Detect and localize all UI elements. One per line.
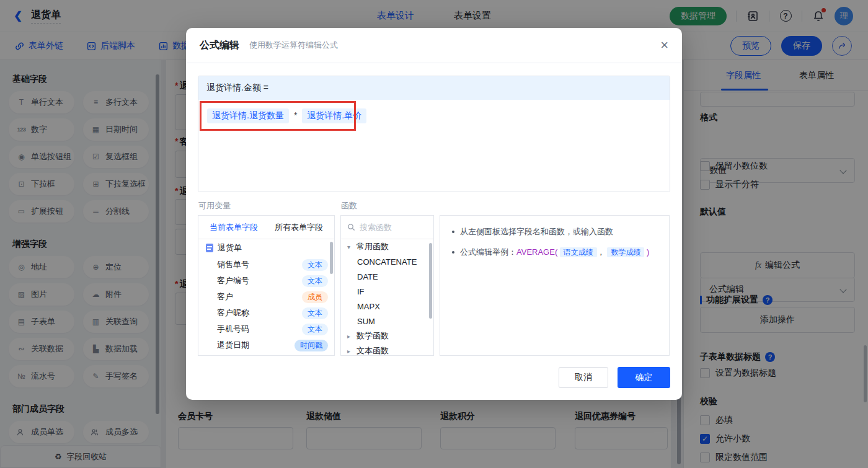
formula-editor-modal: 公式编辑 使用数学运算符编辑公式 × 退货详情.金额 = 退货详情.退货数量 *…: [186, 28, 682, 400]
function-search[interactable]: [341, 216, 433, 239]
function-group-common[interactable]: ▾常用函数: [341, 239, 433, 254]
modal-subtitle: 使用数学运算符编辑公式: [249, 40, 338, 51]
type-badge: 文本: [302, 275, 328, 287]
formula-field-chip[interactable]: 退货详情.退货数量: [207, 108, 289, 123]
variable-row[interactable]: 销售单号文本: [198, 257, 334, 273]
functions-scrollbar[interactable]: [429, 243, 432, 319]
formula-target: 退货详情.金额 =: [198, 76, 670, 100]
available-variables-label: 可用变量: [198, 200, 231, 211]
tab-all-form-fields[interactable]: 所有表单字段: [275, 222, 323, 233]
formula-input-area[interactable]: 退货详情.退货数量 * 退货详情.单价: [198, 100, 670, 192]
tab-current-form-fields[interactable]: 当前表单字段: [210, 222, 258, 233]
variables-panel: 当前表单字段 所有表单字段 退货单 销售单号文本 客户编号文本 客户成员 客户昵…: [198, 215, 335, 356]
function-group-math[interactable]: ▸数学函数: [341, 329, 433, 343]
formula-help-panel: 从左侧面板选择字段名和函数，或输入函数 公式编辑举例：AVERAGE( 语文成绩…: [440, 215, 670, 356]
example-field-chip: 语文成绩: [560, 247, 597, 257]
formula-field-chip[interactable]: 退货详情.单价: [302, 108, 366, 123]
function-item[interactable]: DATE: [341, 269, 433, 284]
function-search-input[interactable]: [360, 223, 422, 232]
cancel-button[interactable]: 取消: [559, 367, 608, 388]
type-badge: 文本: [302, 259, 328, 271]
help-example: 公式编辑举例：AVERAGE( 语文成绩， 数学成绩 ): [451, 246, 658, 258]
close-icon[interactable]: ×: [660, 38, 668, 52]
function-item[interactable]: CONCATENATE: [341, 254, 433, 269]
help-tip: 从左侧面板选择字段名和函数，或输入函数: [451, 226, 658, 238]
type-badge: 文本: [302, 324, 328, 335]
type-badge: 成员: [302, 291, 328, 303]
variable-row[interactable]: 手机号码文本: [198, 321, 334, 337]
function-group-text[interactable]: ▸文本函数: [341, 343, 433, 356]
function-item[interactable]: MAPX: [341, 299, 433, 314]
variables-scrollbar[interactable]: [330, 242, 333, 274]
form-doc-icon: [206, 244, 213, 252]
example-field-chip: 数学成绩: [607, 247, 644, 257]
variable-row[interactable]: 客户成员: [198, 289, 334, 305]
modal-title: 公式编辑: [200, 39, 239, 52]
variable-row[interactable]: 客户编号文本: [198, 273, 334, 289]
formula-editor: 退货详情.金额 = 退货详情.退货数量 * 退货详情.单价: [198, 76, 670, 192]
functions-label: 函数: [341, 200, 357, 211]
function-item[interactable]: SUM: [341, 314, 433, 329]
variable-row[interactable]: 退货日期时间戳: [198, 337, 334, 353]
functions-panel: ▾常用函数 CONCATENATE DATE IF MAPX SUM ▸数学函数…: [340, 215, 434, 356]
type-badge: 时间戳: [294, 340, 328, 351]
type-badge: 文本: [302, 307, 328, 319]
confirm-button[interactable]: 确定: [618, 367, 670, 388]
search-icon: [347, 223, 355, 231]
formula-operator: *: [294, 108, 297, 120]
variables-tree-root[interactable]: 退货单: [198, 239, 334, 257]
variable-row[interactable]: 客户昵称文本: [198, 305, 334, 321]
function-item[interactable]: IF: [341, 284, 433, 299]
